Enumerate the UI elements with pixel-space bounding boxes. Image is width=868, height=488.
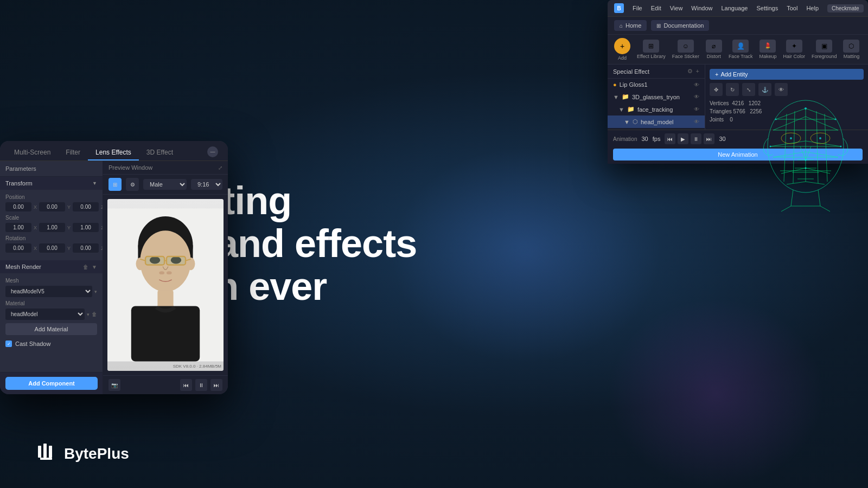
tab-lens-effects[interactable]: Lens Effects — [88, 145, 139, 160]
effect-library-icon: ⊞ — [643, 40, 659, 53]
position-row: X Y Z — [5, 202, 97, 211]
svg-point-48 — [805, 168, 807, 169]
toolbar-foreground[interactable]: ▣ Foreground — [812, 40, 837, 59]
menu-window[interactable]: Window — [691, 5, 712, 11]
menu-view[interactable]: View — [670, 5, 683, 11]
tree-item-3dglasses[interactable]: ▼ 📁 3D_glasses_tryon 👁 — [608, 91, 705, 103]
pause-btn[interactable]: ⏸ — [691, 133, 701, 144]
tab-3d-effect[interactable]: 3D Effect — [139, 145, 181, 160]
mesh-wireframe-container — [743, 87, 868, 222]
toolbar-distort[interactable]: ⌀ Distort — [706, 40, 722, 59]
position-y[interactable] — [39, 202, 65, 211]
add-effect-icon[interactable]: + — [696, 68, 699, 75]
tab-filter[interactable]: Filter — [58, 145, 88, 160]
foreground-icon: ▣ — [816, 40, 832, 53]
rewind-btn[interactable]: ⏮ — [180, 379, 192, 391]
rotation-y[interactable] — [39, 243, 65, 253]
tab-multi-screen[interactable]: Multi-Screen — [7, 145, 58, 160]
rotation-x[interactable] — [5, 243, 31, 253]
position-x[interactable] — [5, 202, 31, 211]
add-component-button[interactable]: Add Component — [5, 377, 98, 390]
tree-item-lipgloss[interactable]: ● Lip Gloss1 👁 — [608, 79, 705, 91]
animation-label: Animation — [613, 136, 637, 142]
expand-icon: ▼ — [613, 94, 619, 100]
rotate-icon-btn[interactable]: ↻ — [726, 83, 739, 96]
preview-mode-btn[interactable]: ⊞ — [108, 178, 122, 191]
parameters-panel: Parameters Transform ▼ Position X Y Z Sc — [0, 161, 103, 394]
position-z[interactable] — [73, 202, 99, 211]
pause-btn-preview[interactable]: ⏸ — [195, 379, 207, 391]
toolbar-hair-color[interactable]: ✦ Hair Color — [783, 40, 805, 59]
menu-file[interactable]: File — [633, 5, 642, 11]
svg-point-43 — [770, 146, 771, 147]
eye-icon-3[interactable]: 👁 — [694, 106, 699, 112]
expand-preview-icon[interactable]: ⤢ — [218, 165, 222, 171]
svg-rect-0 — [38, 446, 41, 458]
menu-settings[interactable]: Settings — [756, 5, 778, 11]
preview-title: Preview Window — [108, 164, 152, 171]
scale-z[interactable] — [73, 223, 99, 232]
home-button[interactable]: ⌂ Home — [614, 20, 647, 31]
svg-point-64 — [159, 271, 164, 274]
eye-icon-2[interactable]: 👁 — [694, 94, 699, 100]
scale-label: Scale — [5, 215, 97, 221]
screenshot-btn[interactable]: 📷 — [108, 379, 120, 391]
tree-item-face-tracking[interactable]: ▼ 📁 face_tracking 👁 — [608, 103, 705, 115]
tree-item-head-model[interactable]: ▼ ⬡ head_model 👁 — [608, 115, 705, 128]
menu-bar: B File Edit View Window Language Setting… — [608, 0, 868, 17]
documentation-button[interactable]: ⊞ Documentation — [651, 20, 709, 31]
svg-rect-66 — [157, 290, 173, 309]
menu-language[interactable]: Language — [721, 5, 748, 11]
window-minimize-btn[interactable]: — — [207, 146, 218, 157]
preview-controls: ⊞ ⚙ Male Female 9:16 1:1 — [103, 175, 228, 195]
toolbar-makeup[interactable]: 💄 Makeup — [759, 40, 776, 59]
prev-frame-btn[interactable]: ⏮ — [665, 133, 675, 144]
preview-settings-btn[interactable]: ⚙ — [126, 178, 139, 191]
svg-line-39 — [820, 206, 830, 211]
ratio-select[interactable]: 9:16 1:1 — [191, 179, 222, 190]
cast-shadow-checkbox[interactable]: ✓ — [5, 341, 12, 347]
rotation-z[interactable] — [73, 243, 99, 253]
rot-x-label: X — [34, 246, 37, 251]
mesh-select[interactable]: headModelV5 — [5, 286, 92, 297]
rot-z-label: Z — [101, 246, 103, 251]
params-title: Parameters — [0, 161, 103, 177]
transform-section-content: Position X Y Z Scale X Y Z — [0, 190, 103, 260]
menu-edit[interactable]: Edit — [651, 5, 661, 11]
eye-icon-4[interactable]: 👁 — [694, 119, 699, 125]
toolbar-matting[interactable]: ⬡ Matting — [843, 40, 859, 59]
toolbar-face-track[interactable]: 👤 Face Track — [729, 40, 753, 59]
home-icon: ⌂ — [620, 23, 623, 29]
menu-tool[interactable]: Tool — [787, 5, 797, 11]
play-btn[interactable]: ▶ — [678, 133, 688, 144]
add-entity-button[interactable]: + Add Entity — [710, 69, 864, 80]
inner-window: Multi-Screen Filter Lens Effects 3D Effe… — [0, 141, 228, 394]
gender-select[interactable]: Male Female — [143, 179, 187, 190]
material-chevron-icon: ▾ — [87, 312, 90, 317]
delete-mesh-icon[interactable]: 🗑 — [83, 264, 88, 270]
cast-shadow-row: ✓ Cast Shadow — [5, 338, 97, 349]
next-frame-btn[interactable]: ⏭ — [704, 133, 714, 144]
forward-btn[interactable]: ⏭ — [210, 379, 222, 391]
toolbar-effect-library[interactable]: ⊞ Effect Library — [637, 40, 666, 59]
svg-point-47 — [805, 159, 807, 161]
svg-rect-63 — [167, 257, 185, 265]
folder-icon: 📁 — [622, 93, 629, 100]
eye-icon[interactable]: 👁 — [694, 82, 699, 88]
material-select[interactable]: headModel — [5, 309, 85, 320]
circle-icon: ● — [613, 81, 617, 88]
scale-x[interactable] — [5, 223, 31, 232]
panel-header-icons: ⚙ + — [687, 68, 699, 75]
settings-icon[interactable]: ⚙ — [687, 68, 693, 75]
toolbar-add[interactable]: + Add — [614, 38, 630, 61]
position-label: Position — [5, 194, 97, 200]
scale-y[interactable] — [39, 223, 65, 232]
menu-help[interactable]: Help — [806, 5, 819, 11]
toolbar-face-sticker[interactable]: ☺ Face Sticker — [672, 40, 699, 59]
expand-mesh-icon[interactable]: ▼ — [92, 264, 97, 270]
move-icon-btn[interactable]: ✥ — [710, 83, 723, 96]
delete-material-icon[interactable]: 🗑 — [92, 311, 97, 317]
add-material-button[interactable]: Add Material — [5, 323, 97, 335]
expand-transform-icon[interactable]: ▼ — [92, 181, 97, 186]
mesh-label: Mesh — [5, 278, 97, 284]
